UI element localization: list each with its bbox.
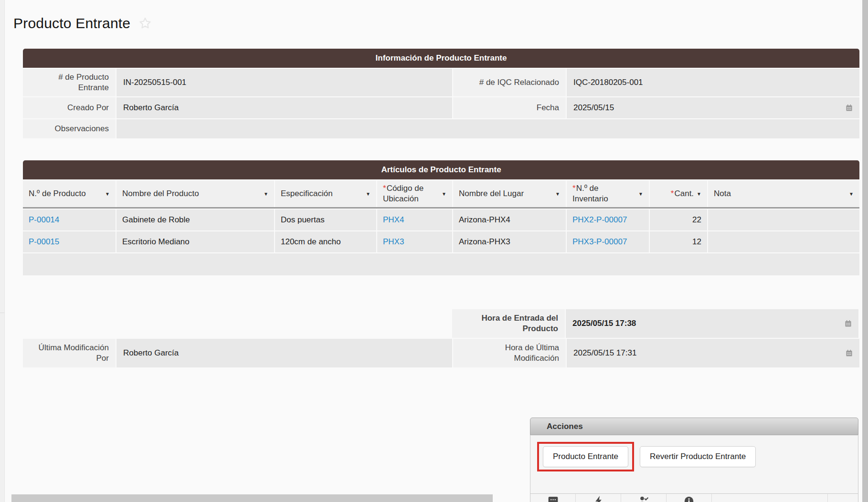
horizontal-scrollbar[interactable]: [11, 494, 493, 502]
field-value-date: 2025/05/15: [567, 97, 859, 118]
entry-time-text: 2025/05/15 17:38: [572, 318, 636, 329]
field-label-observations: Observaciones: [23, 119, 116, 138]
actions-panel: Acciones Producto Entrante Revertir Prod…: [530, 418, 858, 502]
actions-body: Producto Entrante Revertir Producto Entr…: [530, 435, 858, 502]
items-table: Artículos de Producto Entrante N.º de Pr…: [23, 160, 859, 275]
empty-row-cell: [23, 253, 859, 275]
field-value-last-modified-by: Roberto García: [116, 339, 452, 367]
cell-product-name: Escritorio Mediano: [116, 231, 274, 252]
field-value-incoming-no: IN-20250515-001: [116, 69, 452, 96]
field-value-last-modified-time: 2025/05/15 17:31: [567, 339, 859, 367]
details-button[interactable]: [667, 494, 712, 502]
column-dropdown-icon[interactable]: ▼: [849, 191, 854, 197]
column-header-inventory-no[interactable]: *N.º de Inventario ▼: [567, 180, 649, 207]
icon-bar-empty-cell: [712, 494, 828, 502]
column-dropdown-icon[interactable]: ▼: [264, 191, 268, 197]
required-asterisk: *: [383, 184, 386, 193]
icon-bar-end-cell: [828, 494, 858, 502]
info-row-3: Observaciones: [23, 119, 859, 138]
inventory-link[interactable]: PHX2-P-00007: [572, 215, 627, 225]
field-value-entry-time: 2025/05/15 17:38: [566, 309, 858, 338]
cell-qty: 22: [650, 209, 707, 230]
field-label-last-modified-by: Última Modificación Por: [23, 339, 116, 367]
action-button-producto-entrante[interactable]: Producto Entrante: [543, 446, 628, 467]
actions-button-row: Producto Entrante Revertir Producto Entr…: [530, 435, 858, 471]
info-row-1: # de Producto Entrante IN-20250515-001 #…: [23, 69, 859, 96]
action-button-revertir-producto-entrante[interactable]: Revertir Producto Entrante: [640, 446, 756, 467]
cell-inventory-no: PHX2-P-00007: [567, 209, 649, 230]
column-header-note[interactable]: Nota ▼: [708, 180, 859, 207]
column-dropdown-icon[interactable]: ▼: [442, 191, 446, 197]
table-row-empty: [23, 253, 859, 275]
field-value-iqc-no: IQC-20180205-001: [567, 69, 859, 96]
field-label-iqc-no: # de IQC Relacionado: [453, 69, 566, 96]
field-label-created-by: Creado Por: [23, 97, 116, 118]
location-link[interactable]: PHX4: [383, 215, 404, 225]
date-value-text: 2025/05/15: [573, 103, 614, 113]
comment-button[interactable]: [530, 494, 576, 502]
page-title: Producto Entrante: [13, 15, 130, 31]
column-header-product-no[interactable]: N.º de Producto ▼: [23, 180, 116, 207]
column-header-place-name[interactable]: Nombre del Lugar ▼: [453, 180, 566, 207]
items-table-title: Artículos de Producto Entrante: [23, 160, 859, 179]
info-table: Información de Producto Entrante # de Pr…: [23, 49, 859, 138]
product-link[interactable]: P-00014: [29, 215, 59, 225]
location-link[interactable]: PHX3: [383, 237, 404, 247]
collapsed-sidebar-strip[interactable]: [0, 0, 5, 502]
cell-location-code: PHX4: [377, 209, 452, 230]
cell-spec: 120cm de ancho: [275, 231, 376, 252]
column-header-product-name[interactable]: Nombre del Producto ▼: [116, 180, 274, 207]
vertical-scrollbar-track[interactable]: [862, 0, 868, 502]
column-header-location-code[interactable]: *Código de Ubicación ▼: [377, 180, 452, 207]
column-dropdown-icon[interactable]: ▼: [697, 191, 701, 197]
info-table-title: Información de Producto Entrante: [23, 49, 859, 68]
actions-icon-bar: [530, 493, 858, 502]
field-label-entry-time: Hora de Entrada del Producto: [452, 309, 565, 338]
cell-product-no: P-00015: [23, 231, 116, 252]
items-column-header-row: N.º de Producto ▼ Nombre del Producto ▼ …: [23, 180, 859, 209]
field-label-date: Fecha: [453, 97, 566, 118]
cell-note: [708, 231, 859, 252]
column-header-qty[interactable]: *Cant. ▼: [650, 180, 707, 207]
page-header: Producto Entrante: [13, 15, 152, 31]
user-check-icon: [638, 496, 649, 502]
cell-note: [708, 209, 859, 230]
comment-icon: [548, 496, 558, 502]
actions-title: Acciones: [530, 418, 858, 435]
cell-product-no: P-00014: [23, 209, 116, 230]
cell-spec: Dos puertas: [275, 209, 376, 230]
inventory-link[interactable]: PHX3-P-00007: [572, 237, 627, 247]
last-modified-time-text: 2025/05/15 17:31: [573, 348, 636, 358]
column-dropdown-icon[interactable]: ▼: [638, 191, 643, 197]
audit-row-2: Última Modificación Por Roberto García H…: [23, 339, 859, 367]
audit-section: Hora de Entrada del Producto 2025/05/15 …: [23, 309, 859, 367]
favorite-star-icon[interactable]: [138, 16, 152, 31]
required-asterisk: *: [572, 184, 576, 193]
audit-spacer: [23, 309, 451, 338]
workflow-button[interactable]: [576, 494, 621, 502]
info-row-2: Creado Por Roberto García Fecha 2025/05/…: [23, 97, 859, 118]
cell-location-code: PHX3: [377, 231, 452, 252]
lightning-icon: [595, 496, 602, 502]
column-dropdown-icon[interactable]: ▼: [105, 191, 110, 197]
vertical-scrollbar-thumb[interactable]: [862, 0, 868, 502]
calendar-icon[interactable]: [846, 105, 853, 112]
assign-user-button[interactable]: [621, 494, 667, 502]
column-dropdown-icon[interactable]: ▼: [555, 191, 560, 197]
audit-row-1: Hora de Entrada del Producto 2025/05/15 …: [23, 309, 859, 338]
cell-place-name: Arizona-PHX4: [453, 209, 566, 230]
cell-place-name: Arizona-PHX3: [453, 231, 566, 252]
calendar-icon[interactable]: [846, 350, 853, 357]
sidebar-strip-divider: [0, 313, 4, 313]
table-row: P-00015 Escritorio Mediano 120cm de anch…: [23, 231, 859, 252]
required-asterisk: *: [671, 189, 674, 198]
cell-product-name: Gabinete de Roble: [116, 209, 274, 230]
calendar-icon[interactable]: [845, 320, 852, 327]
column-dropdown-icon[interactable]: ▼: [366, 191, 370, 197]
product-link[interactable]: P-00015: [29, 237, 59, 247]
annotation-highlight: Producto Entrante: [537, 442, 634, 471]
field-label-last-modified-time: Hora de Última Modificación: [453, 339, 566, 367]
info-icon: [684, 496, 694, 502]
field-value-created-by: Roberto García: [116, 97, 452, 118]
column-header-spec[interactable]: Especificación ▼: [275, 180, 376, 207]
